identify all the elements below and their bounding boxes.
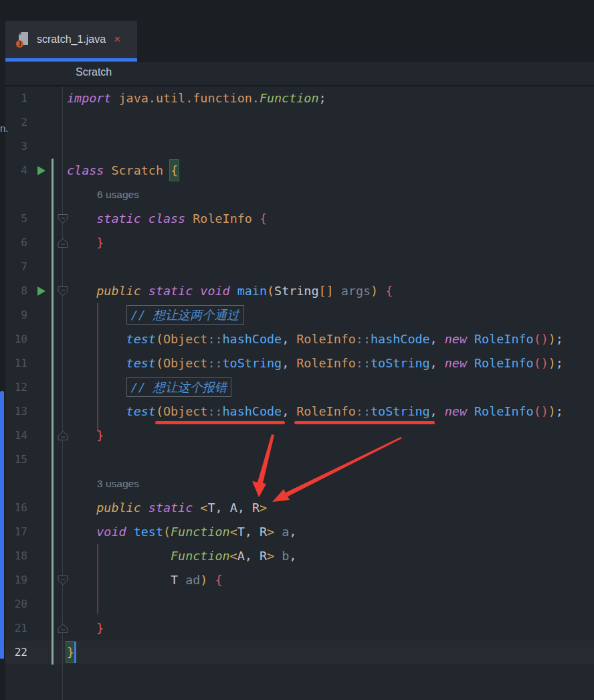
- code-token: [274, 549, 282, 563]
- code-line[interactable]: public static void main(String[] args) {: [67, 279, 393, 303]
- code-token: // 想让这个报错: [126, 377, 232, 397]
- code-line[interactable]: public static <T, A, R>: [67, 496, 267, 520]
- code-token: class: [148, 211, 185, 226]
- fold-marker-icon[interactable]: [57, 430, 69, 444]
- java-scratch-file-icon: J: [15, 31, 30, 48]
- code-line[interactable]: }: [67, 424, 104, 448]
- code-line[interactable]: T ad) {: [67, 568, 223, 592]
- code-token: ,: [282, 356, 296, 370]
- code-token: ,: [245, 525, 260, 539]
- code-token: }: [96, 621, 104, 635]
- code-token: Object: [163, 332, 207, 346]
- code-token: [378, 284, 385, 298]
- code-token: [67, 404, 126, 418]
- code-token: static: [96, 211, 140, 226]
- tab-scratch-1-java[interactable]: J scratch_1.java ×: [5, 21, 137, 58]
- code-token: new: [445, 332, 467, 346]
- code-token: ::: [207, 332, 222, 346]
- code-token: [67, 573, 171, 587]
- code-token: [111, 91, 118, 105]
- code-token: [467, 356, 474, 370]
- usages-inlay-hint[interactable]: 3 usages: [97, 472, 139, 496]
- code-token: hashCode: [223, 332, 282, 346]
- code-line[interactable]: }: [67, 231, 104, 255]
- code-line[interactable]: // 想让这两个通过: [67, 303, 244, 327]
- code-token: <: [200, 501, 207, 515]
- code-token: [185, 211, 193, 226]
- code-line[interactable]: void test(Function<T, R> a,: [67, 520, 296, 544]
- code-token: R: [260, 549, 267, 563]
- code-token: T: [237, 525, 245, 539]
- code-token: [274, 525, 282, 539]
- code-token: Object: [163, 356, 207, 370]
- code-token: RoleInfo: [296, 356, 356, 370]
- text-caret: [74, 642, 76, 663]
- code-token: ,: [237, 501, 252, 515]
- code-line[interactable]: Function<A, R> b,: [67, 544, 296, 568]
- code-token: ;: [556, 356, 563, 370]
- code-token: [334, 284, 341, 298]
- code-token: [207, 573, 215, 587]
- code-token: Object: [163, 404, 207, 418]
- code-token: [141, 284, 148, 298]
- code-token: args: [341, 284, 371, 298]
- code-token: T: [171, 573, 178, 587]
- code-token: [67, 236, 96, 250]
- left-accent-scrollbar[interactable]: [0, 391, 4, 659]
- editor-surface[interactable]: 1import java.util.function.Function;234c…: [0, 87, 594, 700]
- code-token: RoleInfo: [474, 404, 534, 418]
- code-token: ;: [556, 404, 563, 418]
- code-token: ): [549, 356, 556, 370]
- ide-window: n. J scratch_1.java × Scratch 1import ja…: [0, 0, 594, 700]
- code-token: ::: [207, 404, 222, 418]
- code-token: ,: [282, 332, 296, 346]
- usages-inlay-hint[interactable]: 6 usages: [97, 183, 139, 207]
- code-line[interactable]: test(Object::hashCode, RoleInfo::hashCod…: [67, 327, 563, 351]
- code-token: ): [371, 284, 378, 298]
- code-token: [178, 573, 185, 587]
- code-token: R: [252, 501, 260, 515]
- code-token: (: [267, 284, 274, 298]
- code-token: [67, 621, 96, 635]
- code-token: }: [96, 428, 104, 442]
- code-line[interactable]: import java.util.function.Function;: [67, 87, 326, 110]
- code-token: hashCode: [223, 404, 282, 418]
- left-tool-window-edge: n.: [0, 0, 5, 700]
- code-token: ad: [185, 573, 200, 587]
- code-token: [193, 501, 200, 515]
- code-token: [67, 380, 126, 394]
- tab-close-icon[interactable]: ×: [114, 33, 120, 46]
- fold-marker-icon[interactable]: [57, 213, 69, 227]
- code-token: [230, 284, 237, 298]
- fold-marker-icon[interactable]: [57, 623, 69, 636]
- code-token: ,: [245, 549, 260, 563]
- code-line[interactable]: static class RoleInfo {: [67, 207, 267, 231]
- run-button-icon[interactable]: [37, 286, 45, 296]
- code-token: Scratch: [111, 163, 163, 177]
- code-token: ,: [430, 356, 445, 370]
- code-token: ,: [215, 501, 229, 515]
- code-token: Function: [171, 525, 230, 539]
- run-button-icon[interactable]: [37, 166, 45, 175]
- code-token: hashCode: [371, 332, 430, 346]
- breadcrumb-item-scratch[interactable]: Scratch: [76, 66, 112, 78]
- code-line[interactable]: test(Object::toString, RoleInfo::toStrin…: [67, 351, 563, 375]
- fold-marker-icon[interactable]: [57, 286, 69, 299]
- code-token: new: [445, 404, 467, 418]
- fold-marker-icon[interactable]: [57, 575, 69, 588]
- code-token: b: [282, 549, 289, 563]
- code-token: public: [96, 284, 140, 298]
- code-line[interactable]: test(Object::hashCode, RoleInfo::toStrin…: [67, 400, 563, 424]
- code-line[interactable]: class Scratch {: [67, 159, 178, 183]
- code-line[interactable]: }: [67, 616, 104, 640]
- code-token: A: [230, 501, 237, 515]
- code-token: (: [163, 525, 171, 539]
- vcs-added-lines-marker[interactable]: [52, 159, 54, 665]
- code-token: (: [156, 356, 163, 370]
- code-token: (): [534, 356, 549, 370]
- fold-marker-icon[interactable]: [57, 238, 69, 251]
- code-line[interactable]: }: [67, 640, 74, 665]
- code-token: ::: [356, 332, 371, 346]
- code-token: a: [282, 525, 289, 539]
- code-line[interactable]: // 想让这个报错: [67, 375, 231, 400]
